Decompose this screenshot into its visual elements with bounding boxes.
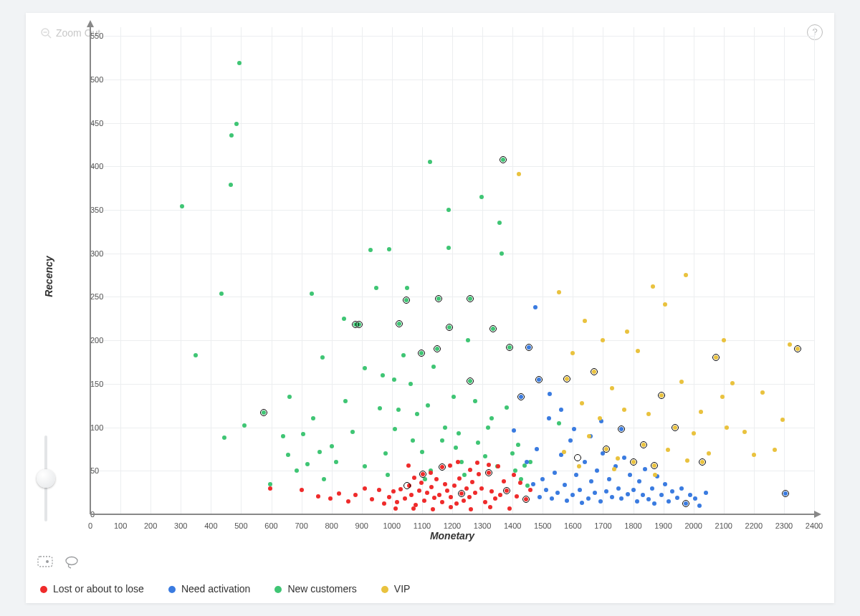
data-point[interactable] (659, 493, 664, 497)
data-point[interactable] (692, 431, 696, 435)
data-point[interactable] (589, 479, 593, 483)
data-point[interactable] (604, 489, 608, 494)
data-point-selected[interactable] (500, 156, 507, 163)
data-point[interactable] (626, 492, 630, 496)
data-point[interactable] (568, 438, 573, 443)
data-point[interactable] (417, 489, 421, 493)
data-point[interactable] (428, 160, 432, 164)
data-point[interactable] (457, 476, 462, 481)
data-point[interactable] (666, 499, 671, 504)
data-point[interactable] (479, 486, 484, 491)
data-point[interactable] (448, 463, 452, 468)
data-point[interactable] (548, 392, 552, 396)
data-point[interactable] (653, 473, 657, 477)
data-point[interactable] (368, 248, 373, 252)
data-point[interactable] (525, 483, 530, 488)
data-point[interactable] (550, 496, 554, 501)
data-point[interactable] (562, 450, 566, 454)
data-point[interactable] (426, 403, 430, 408)
data-point[interactable] (574, 473, 578, 477)
data-point[interactable] (445, 489, 449, 493)
data-point[interactable] (496, 464, 500, 468)
data-point[interactable] (512, 428, 516, 433)
data-point[interactable] (535, 447, 539, 451)
data-point[interactable] (587, 434, 591, 438)
data-point[interactable] (688, 493, 692, 497)
data-point[interactable] (616, 456, 620, 461)
data-point[interactable] (387, 247, 391, 251)
data-point-selected[interactable] (434, 345, 441, 352)
data-point[interactable] (446, 246, 451, 250)
data-point-selected[interactable] (782, 490, 789, 497)
data-point-selected[interactable] (355, 321, 363, 328)
data-point-selected[interactable] (651, 462, 658, 469)
data-point[interactable] (328, 496, 333, 501)
data-point[interactable] (219, 292, 224, 296)
data-point[interactable] (577, 464, 581, 468)
data-point[interactable] (635, 499, 639, 504)
data-point-selected[interactable] (712, 354, 720, 361)
data-point[interactable] (598, 416, 602, 420)
data-point[interactable] (619, 496, 624, 501)
data-point[interactable] (586, 496, 591, 501)
data-point[interactable] (628, 473, 632, 477)
data-point[interactable] (505, 405, 509, 410)
data-point[interactable] (470, 480, 474, 484)
data-point[interactable] (631, 488, 636, 492)
data-point[interactable] (663, 482, 667, 486)
data-point[interactable] (393, 427, 397, 431)
data-point[interactable] (374, 286, 378, 290)
data-point-selected[interactable] (418, 350, 425, 357)
data-point[interactable] (429, 485, 434, 489)
data-point[interactable] (643, 467, 647, 471)
data-point[interactable] (466, 338, 470, 342)
data-point[interactable] (473, 491, 477, 495)
data-point[interactable] (720, 395, 725, 399)
data-point[interactable] (500, 251, 504, 256)
data-point[interactable] (237, 61, 242, 65)
data-point[interactable] (498, 493, 502, 497)
data-point[interactable] (580, 501, 584, 505)
data-point[interactable] (337, 491, 341, 496)
data-point[interactable] (507, 506, 512, 511)
data-point[interactable] (310, 292, 314, 296)
data-point[interactable] (580, 401, 584, 405)
data-point-selected[interactable] (260, 409, 267, 416)
data-point-selected[interactable] (563, 375, 570, 382)
data-point[interactable] (663, 302, 667, 307)
data-point[interactable] (612, 467, 616, 471)
data-point[interactable] (330, 444, 334, 448)
data-point[interactable] (301, 432, 305, 436)
data-point[interactable] (555, 491, 560, 495)
data-point-selected[interactable] (458, 490, 465, 497)
legend-item[interactable]: New customers (274, 583, 356, 595)
data-point[interactable] (432, 496, 436, 500)
data-point[interactable] (693, 496, 697, 501)
data-point[interactable] (286, 453, 290, 457)
data-point-selected[interactable] (522, 496, 530, 503)
data-point[interactable] (487, 463, 491, 467)
data-point[interactable] (607, 477, 611, 481)
data-point[interactable] (557, 290, 561, 294)
data-point[interactable] (425, 491, 429, 495)
data-point[interactable] (434, 477, 439, 481)
data-point[interactable] (381, 373, 385, 377)
data-point-selected[interactable] (396, 320, 403, 327)
data-point[interactable] (295, 468, 299, 473)
data-point[interactable] (544, 488, 548, 492)
data-point-selected[interactable] (618, 425, 625, 433)
data-point[interactable] (456, 460, 460, 464)
data-point[interactable] (415, 412, 419, 416)
data-point[interactable] (528, 488, 532, 492)
data-point-selected[interactable] (658, 392, 665, 399)
data-point[interactable] (305, 462, 310, 466)
data-point[interactable] (637, 479, 641, 483)
data-point[interactable] (578, 488, 582, 492)
data-point-selected[interactable] (403, 297, 410, 304)
data-point[interactable] (457, 431, 461, 435)
data-point[interactable] (423, 477, 427, 481)
data-point-selected[interactable] (794, 345, 801, 352)
data-point[interactable] (563, 483, 567, 487)
data-point[interactable] (343, 399, 348, 403)
data-point[interactable] (553, 471, 557, 475)
